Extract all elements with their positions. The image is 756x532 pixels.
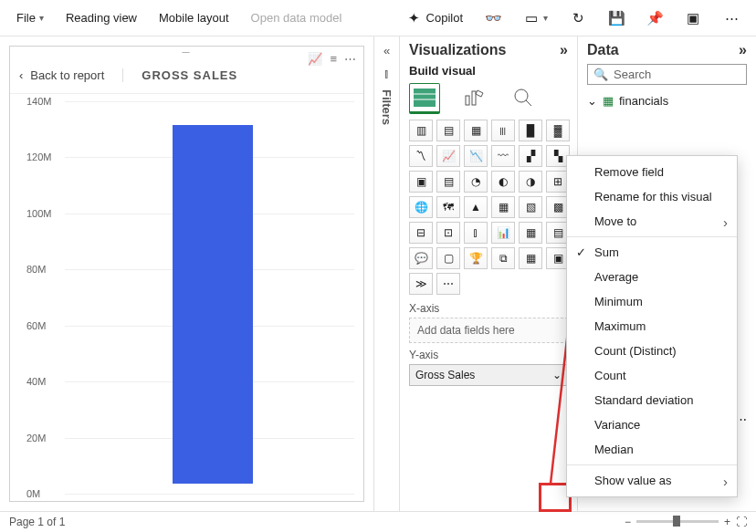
- viz-type-button[interactable]: ▤: [436, 120, 460, 141]
- ctx-sum[interactable]: Sum: [567, 240, 737, 265]
- chevron-down-icon[interactable]: ⌄: [552, 369, 562, 381]
- xaxis-field-well[interactable]: Add data fields here: [409, 318, 568, 343]
- report-canvas: ⸺ 📈 ≡ ⋯ ‹ Back to report GROSS SALES 0M2…: [0, 37, 374, 511]
- ctx-move-to[interactable]: Move to: [567, 209, 737, 234]
- collapse-icon[interactable]: »: [739, 42, 747, 58]
- viz-type-button[interactable]: 〰: [491, 145, 515, 167]
- zoom-out-button[interactable]: −: [625, 516, 631, 528]
- ctx-rename[interactable]: Rename for this visual: [567, 184, 737, 209]
- copilot-button[interactable]: ✦Copilot: [397, 6, 472, 30]
- viz-type-button[interactable]: ▣: [409, 171, 433, 193]
- viz-type-button[interactable]: ◔: [464, 171, 488, 193]
- viz-type-button[interactable]: ▞: [519, 145, 542, 167]
- table-name: financials: [619, 94, 668, 108]
- viz-type-button[interactable]: ◑: [519, 171, 542, 193]
- viz-type-button[interactable]: ▲: [464, 196, 488, 218]
- visual-title: GROSS SALES: [122, 68, 237, 82]
- viz-type-button[interactable]: ◐: [491, 171, 515, 193]
- back-to-report-button[interactable]: ‹ Back to report: [19, 68, 104, 82]
- viz-type-button[interactable]: ▦: [464, 120, 488, 141]
- teams-button[interactable]: ▣: [676, 6, 710, 30]
- focus-mode-icon[interactable]: 📈: [308, 52, 322, 66]
- viz-type-button[interactable]: ≫: [409, 273, 433, 295]
- page-indicator: Page 1 of 1: [9, 516, 65, 528]
- zoom-in-button[interactable]: +: [724, 516, 730, 528]
- y-tick-label: 100M: [26, 208, 52, 219]
- viz-type-button[interactable]: ▦: [519, 222, 542, 244]
- viz-type-button[interactable]: ⊟: [409, 222, 433, 244]
- viz-type-button[interactable]: 〽: [409, 145, 433, 167]
- viz-type-button[interactable]: 🗺: [436, 196, 460, 218]
- ctx-remove-field[interactable]: Remove field: [567, 160, 737, 184]
- file-menu[interactable]: File ▾: [7, 7, 53, 28]
- viz-type-button[interactable]: ⫿: [464, 222, 488, 244]
- viz-type-button[interactable]: ▧: [519, 196, 542, 218]
- ctx-show-value-as[interactable]: Show value as: [567, 468, 737, 493]
- ellipsis-icon: ⋯: [723, 10, 740, 26]
- viz-type-button[interactable]: ▦: [519, 247, 542, 269]
- viz-type-button[interactable]: 📈: [436, 145, 460, 167]
- y-tick-label: 120M: [26, 151, 52, 162]
- format-visual-tab[interactable]: [458, 83, 489, 114]
- gridline: [65, 101, 354, 102]
- viz-type-button[interactable]: ▤: [436, 171, 460, 193]
- ctx-stddev[interactable]: Standard deviation: [567, 388, 737, 412]
- search-input[interactable]: 🔍 Search: [587, 64, 747, 85]
- fit-to-page-button[interactable]: ⛶: [736, 516, 747, 528]
- zoom-slider[interactable]: [636, 520, 719, 523]
- yaxis-field-chip[interactable]: Gross Sales ⌄: [409, 364, 568, 386]
- filter-icon[interactable]: ≡: [330, 52, 337, 66]
- viz-type-button[interactable]: ▓: [546, 120, 570, 141]
- save-icon: 💾: [608, 10, 625, 26]
- pin-button[interactable]: 📌: [637, 6, 672, 30]
- copilot-label: Copilot: [426, 11, 463, 25]
- save-button[interactable]: 💾: [599, 6, 634, 30]
- collapse-icon[interactable]: »: [560, 42, 568, 58]
- visual-dropdown[interactable]: ▭▾: [514, 6, 557, 30]
- table-visual-icon: [412, 87, 437, 109]
- viz-type-button[interactable]: ▢: [436, 247, 460, 269]
- ctx-minimum[interactable]: Minimum: [567, 289, 737, 314]
- refresh-icon: ↻: [570, 10, 586, 26]
- mobile-layout-button[interactable]: Mobile layout: [150, 7, 238, 28]
- ctx-count[interactable]: Count: [567, 363, 737, 388]
- search-placeholder: Search: [614, 68, 651, 81]
- ctx-maximum[interactable]: Maximum: [567, 314, 737, 339]
- viz-type-button[interactable]: 📊: [491, 222, 515, 244]
- table-node-financials[interactable]: ⌄ ▦ financials: [587, 92, 747, 110]
- build-visual-tab[interactable]: [409, 83, 440, 114]
- separator: [567, 464, 737, 465]
- viz-type-button[interactable]: 📉: [464, 145, 488, 167]
- viz-type-button[interactable]: █: [519, 120, 542, 141]
- explore-button[interactable]: 👓: [476, 6, 510, 30]
- expand-icon: «: [383, 44, 390, 57]
- separator: [567, 236, 737, 237]
- more-options-icon[interactable]: ⋯: [344, 52, 356, 66]
- svg-line-6: [526, 100, 531, 106]
- viz-type-button[interactable]: ⫼: [491, 120, 515, 141]
- filters-pane-collapsed[interactable]: « ⫿ Filters: [374, 37, 400, 511]
- ctx-average[interactable]: Average: [567, 265, 737, 289]
- yaxis-label: Y-axis: [409, 349, 568, 361]
- ctx-variance[interactable]: Variance: [567, 412, 737, 437]
- visual-card[interactable]: ⸺ 📈 ≡ ⋯ ‹ Back to report GROSS SALES 0M2…: [9, 46, 364, 502]
- ctx-median[interactable]: Median: [567, 437, 737, 462]
- yaxis-field-name: Gross Sales: [415, 369, 475, 381]
- viz-type-button[interactable]: ⋯: [436, 273, 460, 295]
- zoom-thumb[interactable]: [673, 516, 680, 527]
- reading-view-button[interactable]: Reading view: [57, 7, 146, 28]
- viz-type-button[interactable]: 💬: [409, 247, 433, 269]
- analytics-tab[interactable]: [508, 83, 539, 114]
- more-button[interactable]: ⋯: [714, 6, 749, 30]
- xaxis-label: X-axis: [409, 302, 568, 315]
- chevron-down-icon: ▾: [39, 13, 44, 23]
- viz-type-button[interactable]: ⧉: [491, 247, 515, 269]
- viz-type-button[interactable]: ▥: [409, 120, 433, 141]
- viz-type-button[interactable]: 🏆: [464, 247, 488, 269]
- ctx-count-distinct[interactable]: Count (Distinct): [567, 339, 737, 363]
- viz-type-button[interactable]: 🌐: [409, 196, 433, 218]
- viz-type-button[interactable]: ▦: [491, 196, 515, 218]
- viz-type-button[interactable]: ⊡: [436, 222, 460, 244]
- refresh-button[interactable]: ↻: [561, 6, 595, 30]
- y-tick-label: 140M: [26, 96, 52, 107]
